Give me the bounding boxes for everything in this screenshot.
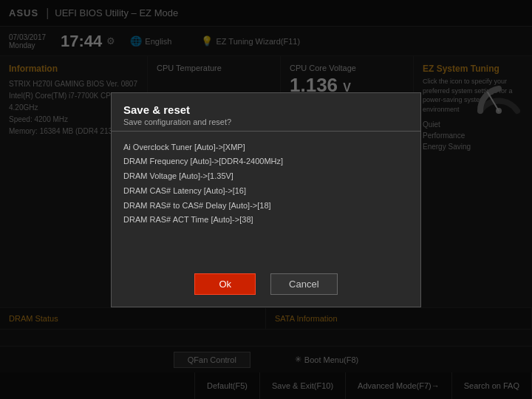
modal-footer: Ok Cancel [112,265,420,307]
modal-title: Save & reset [123,103,409,116]
modal-subtitle: Save configuration and reset? [123,117,409,126]
modal-overlay: Save & reset Save configuration and rese… [0,0,532,399]
modal-item-1: Ai Overclock Tuner [Auto]->[XMP] [123,140,409,155]
modal-header: Save & reset Save configuration and rese… [112,93,420,132]
modal-body: Ai Overclock Tuner [Auto]->[XMP] DRAM Fr… [112,132,420,265]
modal-item-2: DRAM Frequency [Auto]->[DDR4-2400MHz] [123,154,409,169]
save-reset-modal: Save & reset Save configuration and rese… [111,92,421,307]
modal-item-4: DRAM CAS# Latency [Auto]->[16] [123,184,409,199]
modal-item-3: DRAM Voltage [Auto]->[1.35V] [123,169,409,184]
ok-button[interactable]: Ok [194,273,256,295]
modal-item-5: DRAM RAS# to CAS# Delay [Auto]->[18] [123,199,409,214]
cancel-button[interactable]: Cancel [270,273,337,295]
modal-item-6: DRAM RAS# ACT Time [Auto]->[38] [123,213,409,228]
